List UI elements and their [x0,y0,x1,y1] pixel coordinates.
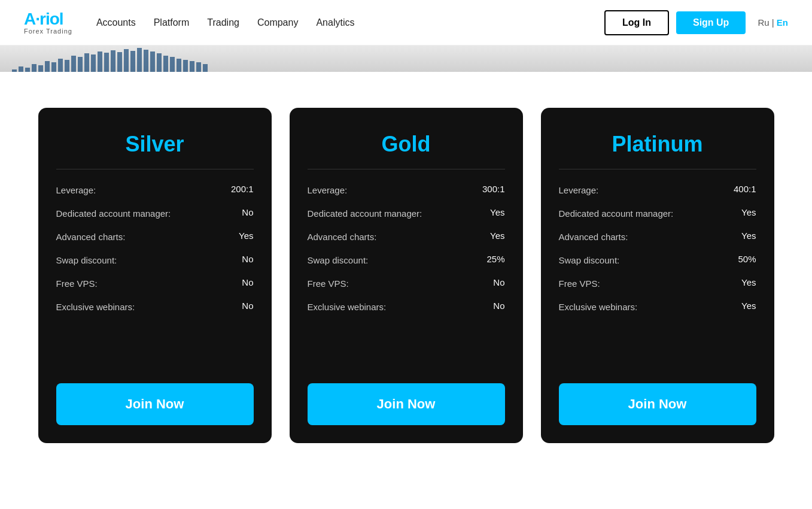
feature-value-silver-0: 200:1 [231,184,254,194]
chart-bar [32,64,37,72]
chart-bar [58,59,63,72]
feature-row-platinum-0: Leverage:400:1 [559,184,756,196]
language-switcher: Ru | En [758,17,788,28]
feature-label-silver-5: Exclusive webinars: [56,301,135,313]
join-now-button-silver[interactable]: Join Now [56,383,254,425]
feature-label-silver-0: Leverage: [56,184,96,196]
card-title-platinum: Platinum [559,132,756,157]
chart-bar [91,54,96,72]
chart-bar [104,53,109,72]
nav-links: Accounts Platform Trading Company Analyt… [96,17,355,28]
feature-label-gold-5: Exclusive webinars: [308,301,387,313]
feature-value-platinum-2: Yes [741,231,756,241]
chart-bar [144,50,148,72]
nav-platform[interactable]: Platform [154,17,190,28]
feature-label-gold-4: Free VPS: [308,277,349,290]
chart-bar [196,62,201,72]
feature-label-platinum-2: Advanced charts: [559,231,628,243]
feature-row-silver-5: Exclusive webinars:No [56,301,254,313]
feature-label-platinum-4: Free VPS: [559,277,600,290]
pricing-section: SilverLeverage:200:1Dedicated account ma… [0,72,812,479]
nav-analytics[interactable]: Analytics [316,17,354,28]
feature-row-gold-5: Exclusive webinars:No [308,301,505,313]
chart-bar [130,51,135,72]
chart-bar [117,52,122,72]
feature-label-silver-1: Dedicated account manager: [56,207,171,220]
navbar-right: Log In Sign Up Ru | En [604,10,788,35]
feature-label-platinum-0: Leverage: [559,184,599,196]
join-btn-container-platinum: Join Now [559,369,756,425]
chart-bar [163,56,168,72]
card-title-silver: Silver [56,132,254,157]
feature-row-gold-4: Free VPS:No [308,277,505,290]
chart-bar [190,61,194,72]
join-now-button-platinum[interactable]: Join Now [559,383,756,425]
chart-bar [124,49,129,72]
chart-bar [25,68,30,72]
feature-row-platinum-4: Free VPS:Yes [559,277,756,290]
card-divider-gold [308,169,505,169]
lang-ru[interactable]: Ru [758,17,769,28]
feature-row-platinum-5: Exclusive webinars:Yes [559,301,756,313]
chart-bar [203,64,208,72]
feature-label-silver-2: Advanced charts: [56,231,126,243]
logo-text: A·riol [24,11,63,28]
feature-value-silver-2: Yes [239,231,253,241]
feature-value-platinum-0: 400:1 [734,184,756,194]
feature-value-platinum-1: Yes [741,207,756,217]
feature-label-platinum-1: Dedicated account manager: [559,207,674,220]
feature-label-platinum-5: Exclusive webinars: [559,301,638,313]
logo: A·riol Forex Trading [24,11,72,35]
chart-bar [45,61,50,72]
chart-bar [177,59,181,72]
lang-en[interactable]: En [777,17,788,28]
feature-row-gold-3: Swap discount:25% [308,254,505,266]
feature-value-gold-0: 300:1 [482,184,505,194]
feature-label-gold-2: Advanced charts: [308,231,377,243]
feature-label-gold-3: Swap discount: [308,254,369,266]
feature-value-gold-5: No [493,301,504,311]
logo-a: A [24,10,35,28]
navbar: A·riol Forex Trading Accounts Platform T… [0,0,812,46]
chart-bar [98,51,102,72]
join-btn-container-silver: Join Now [56,369,254,425]
feature-value-platinum-5: Yes [741,301,756,311]
navbar-left: A·riol Forex Trading Accounts Platform T… [24,11,354,35]
feature-value-gold-2: Yes [490,231,504,241]
chart-bar [19,66,23,72]
signup-button[interactable]: Sign Up [676,11,746,34]
chart-bar [170,57,175,72]
chart-bar [111,50,115,72]
pricing-card-platinum: PlatinumLeverage:400:1Dedicated account … [541,108,774,443]
feature-value-silver-1: No [242,207,253,217]
nav-accounts[interactable]: Accounts [96,17,136,28]
feature-row-silver-3: Swap discount:No [56,254,254,266]
chart-banner [0,46,812,72]
chart-bar [183,60,188,72]
logo-rest: riol [39,10,63,28]
lang-separator: | [772,17,777,28]
logo-subtitle: Forex Trading [24,28,72,35]
chart-bar [51,62,56,72]
feature-row-silver-1: Dedicated account manager:No [56,207,254,220]
join-btn-container-gold: Join Now [308,369,505,425]
card-title-gold: Gold [308,132,505,157]
card-divider-silver [56,169,254,169]
feature-row-platinum-2: Advanced charts:Yes [559,231,756,243]
login-button[interactable]: Log In [604,10,669,35]
feature-label-platinum-3: Swap discount: [559,254,620,266]
chart-bar [137,48,142,72]
chart-bar [65,60,69,72]
feature-row-silver-0: Leverage:200:1 [56,184,254,196]
feature-row-gold-1: Dedicated account manager:Yes [308,207,505,220]
chart-bar [12,69,17,72]
chart-bar [157,53,162,72]
feature-value-gold-3: 25% [486,254,504,264]
nav-company[interactable]: Company [257,17,298,28]
feature-row-gold-2: Advanced charts:Yes [308,231,505,243]
feature-label-silver-3: Swap discount: [56,254,117,266]
nav-trading[interactable]: Trading [207,17,239,28]
chart-bar [78,57,83,72]
join-now-button-gold[interactable]: Join Now [308,383,505,425]
chart-bar [71,56,76,72]
